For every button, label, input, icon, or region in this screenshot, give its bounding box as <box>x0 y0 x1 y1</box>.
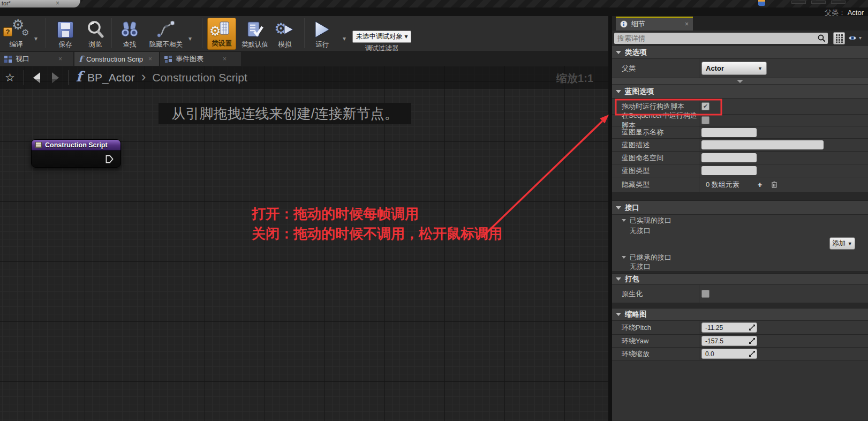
row-description: 蓝图描述 <box>612 139 868 152</box>
annotation-line-2: 关闭：拖动的时候不调用，松开鼠标调用 <box>252 224 502 244</box>
simulate-button[interactable]: ⚙ 模拟 <box>272 17 298 50</box>
star-icon[interactable]: ☆ <box>5 71 15 84</box>
section-packaging[interactable]: 打包 <box>612 274 868 285</box>
play-options-dropdown[interactable]: ▾ <box>341 33 348 43</box>
triangle-down-icon <box>616 277 621 281</box>
orbit-zoom-input[interactable]: 0.0 <box>701 349 757 359</box>
blueprint-toolbar: ⚙ ⚙ ? 编译 ▾ 保存 浏览 查找 <box>0 16 608 51</box>
back-button[interactable] <box>32 72 41 84</box>
row-display-name: 蓝图显示名称 <box>612 126 868 139</box>
chevron-down-icon: ▾ <box>859 35 862 41</box>
search-box[interactable] <box>614 33 828 44</box>
category-input[interactable] <box>701 166 757 175</box>
details-filler <box>612 360 868 420</box>
triangle-down-icon <box>616 90 621 93</box>
tab-construction-script[interactable]: f Construction Scrip × <box>74 52 159 66</box>
compile-button[interactable]: ⚙ ⚙ ? 编译 <box>0 17 32 50</box>
close-icon[interactable]: × <box>223 55 227 63</box>
find-button[interactable]: 查找 <box>116 17 144 50</box>
construction-script-node[interactable]: Construction Script <box>31 139 121 168</box>
maximize-button[interactable] <box>811 1 826 4</box>
triangle-down-icon <box>616 313 621 316</box>
details-tab-bar: 细节 × <box>612 16 868 31</box>
toolbar-separator <box>304 18 305 48</box>
run-on-drag-checkbox[interactable]: ✔ <box>701 102 710 110</box>
display-filter-button[interactable] <box>833 32 845 44</box>
row-parent-class: 父类 Actor ▼ <box>612 59 868 78</box>
marketplace-icon <box>758 0 765 6</box>
orbit-yaw-input[interactable]: -157.5 <box>701 336 757 346</box>
close-window-button[interactable] <box>831 1 846 4</box>
toolbar-separator <box>45 18 46 48</box>
section-class-options[interactable]: 类选项 <box>612 46 868 59</box>
node-type-icon <box>35 142 42 148</box>
drag-handle-icon <box>749 325 755 330</box>
search-icon <box>818 34 826 42</box>
array-count: 0 数组元素 <box>701 180 739 190</box>
section-blueprint-options[interactable]: 蓝图选项 <box>612 85 868 99</box>
breadcrumb-current[interactable]: Construction Script <box>152 71 247 84</box>
close-icon[interactable]: × <box>58 55 62 63</box>
class-settings-button[interactable]: ⚙ 类设置 <box>207 18 236 50</box>
triangle-down-icon <box>622 219 626 222</box>
blueprint-graph-canvas[interactable]: ☆ f BP_Actor › Construction Script 缩放1:1… <box>0 66 608 421</box>
description-input[interactable] <box>701 140 824 149</box>
close-icon[interactable]: × <box>685 20 689 28</box>
namespace-input[interactable] <box>701 153 757 162</box>
forward-button[interactable] <box>51 72 60 84</box>
details-search-row: ▾ <box>612 31 868 46</box>
triangle-down-icon <box>616 206 621 209</box>
details-panel: 细节 × ▾ 类选项 父类 <box>612 16 868 421</box>
section-interfaces[interactable]: 接口 <box>612 201 868 215</box>
add-interface-button[interactable]: 添加 ▼ <box>829 237 855 250</box>
breadcrumb-root[interactable]: BP_Actor <box>87 71 135 84</box>
row-nativize: 原生化 <box>612 285 868 303</box>
subsection-implemented-interfaces[interactable]: 已实现的接口 <box>612 215 868 226</box>
class-defaults-button[interactable]: 类默认值 <box>239 17 270 50</box>
toolbar-separator <box>202 18 202 48</box>
panel-splitter[interactable] <box>608 16 612 421</box>
run-in-sequencer-checkbox[interactable] <box>701 116 710 124</box>
save-button[interactable]: 保存 <box>50 17 80 50</box>
section-gap <box>612 192 868 201</box>
row-run-in-sequencer: 在Sequencer中运行构造脚本 <box>612 115 868 126</box>
nativize-checkbox[interactable] <box>701 290 710 298</box>
hide-unrelated-button[interactable]: 隐藏不相关 <box>142 17 190 50</box>
play-button[interactable]: 运行 <box>310 17 335 50</box>
close-icon[interactable]: × <box>148 55 152 63</box>
zoom-level-indicator: 缩放1:1 <box>556 71 593 86</box>
close-icon[interactable]: × <box>56 0 59 7</box>
tab-details[interactable]: 细节 × <box>616 17 693 31</box>
view-options-button[interactable]: ▾ <box>848 34 864 42</box>
row-orbit-pitch: 环绕Pitch -11.25 <box>612 321 868 335</box>
grid-icon <box>836 34 843 43</box>
play-icon <box>310 19 335 40</box>
browse-button[interactable]: 浏览 <box>81 17 109 50</box>
hide-unrelated-options-dropdown[interactable]: ▾ <box>186 33 194 43</box>
orbit-pitch-input[interactable]: -11.25 <box>701 322 757 333</box>
compile-options-dropdown[interactable]: ▾ <box>32 33 40 43</box>
info-icon <box>620 20 628 28</box>
chevron-down-icon: ▾ <box>34 35 37 42</box>
inherited-interfaces-empty: 无接口 <box>612 262 868 272</box>
debug-object-dropdown[interactable]: 未选中调试对象 ▾ <box>352 31 411 43</box>
tab-event-graph[interactable]: 事件图表 × <box>160 52 241 66</box>
advanced-expander[interactable] <box>612 78 868 85</box>
delete-elements-icon[interactable] <box>771 181 778 189</box>
node-title: Construction Script <box>45 141 108 149</box>
minimize-button[interactable] <box>791 1 806 4</box>
exec-output-pin[interactable] <box>105 155 114 166</box>
details-content: 类选项 父类 Actor ▼ 蓝图选项 拖动时运行构造脚本 ✔ <box>612 46 868 420</box>
add-element-icon[interactable]: + <box>758 180 763 189</box>
parent-class-dropdown[interactable]: Actor ▼ <box>701 62 767 75</box>
section-thumbnail[interactable]: 缩略图 <box>612 309 868 321</box>
window-tab[interactable]: tor* × <box>0 0 80 7</box>
search-input[interactable] <box>614 34 818 42</box>
display-name-input[interactable] <box>701 128 757 137</box>
function-icon: f <box>79 54 82 64</box>
event-graph-icon <box>164 56 172 63</box>
simulate-icon: ⚙ <box>272 19 298 40</box>
drag-handle-icon <box>749 351 755 357</box>
tab-viewport[interactable]: 视口 × <box>0 52 73 66</box>
subsection-inherited-interfaces[interactable]: 已继承的接口 <box>612 252 868 262</box>
